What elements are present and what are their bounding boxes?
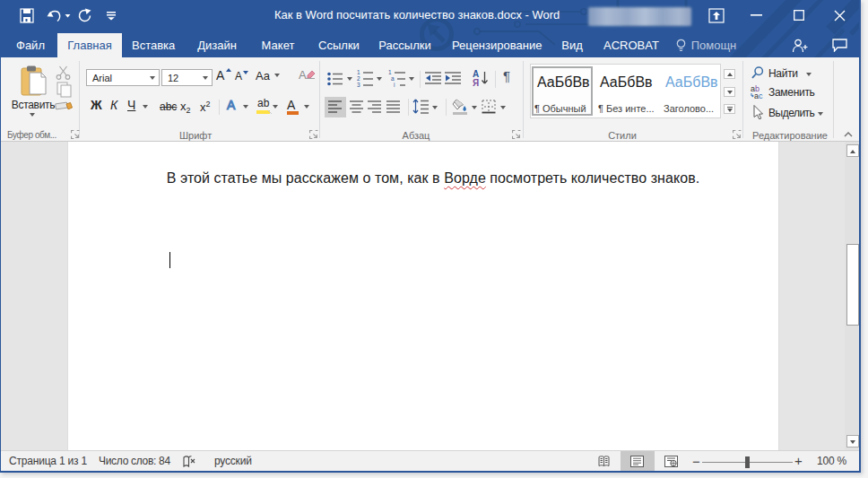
svg-text:Я: Я xyxy=(473,78,479,87)
svg-text:1: 1 xyxy=(357,69,360,75)
svg-text:a: a xyxy=(391,75,395,82)
svg-text:i: i xyxy=(394,82,395,88)
svg-text:3: 3 xyxy=(357,82,360,88)
svg-text:2: 2 xyxy=(357,75,360,82)
svg-text:1: 1 xyxy=(388,69,392,75)
svg-text:c: c xyxy=(759,91,763,100)
